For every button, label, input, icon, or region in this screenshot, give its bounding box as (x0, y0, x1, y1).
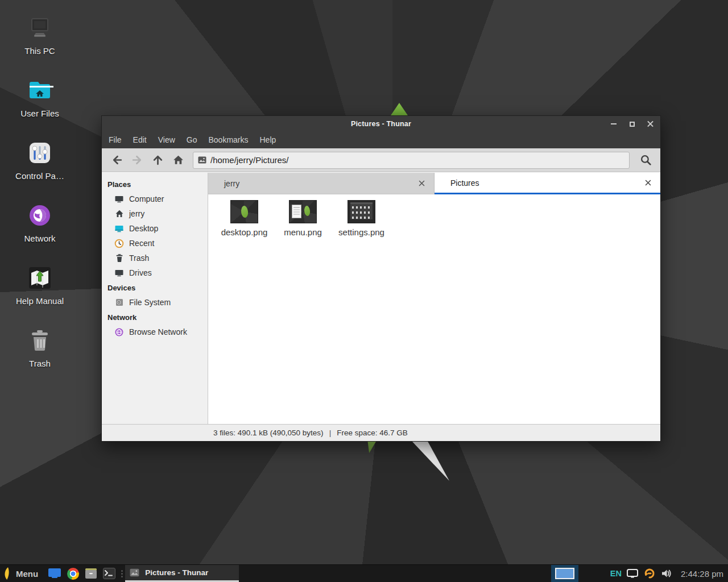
sidebar-section-network: Network (102, 310, 208, 325)
file-manager-launcher[interactable] (84, 567, 98, 580)
desktop-icon-control-panel[interactable]: Control Pa… (13, 139, 67, 181)
desktop-window-icon (48, 568, 61, 579)
address-bar[interactable]: /home/jerry/Pictures/ (193, 152, 630, 169)
up-button[interactable] (147, 151, 168, 169)
window-title: Pictures - Thunar (351, 120, 411, 128)
show-desktop-button[interactable] (48, 567, 61, 580)
desktop-icon-label: This PC (13, 46, 67, 56)
computer-icon (26, 14, 53, 41)
desktop-icon-help-manual[interactable]: Help Manual (13, 264, 67, 306)
workspace-switcher[interactable] (551, 565, 578, 582)
task-button-label: Pictures - Thunar (145, 568, 208, 577)
close-button[interactable] (644, 118, 656, 130)
taskbar: Menu Pictures - Thunar (0, 564, 728, 582)
forward-arrow-icon (131, 154, 143, 166)
minimize-icon (611, 123, 617, 124)
image-thumbnail (348, 200, 375, 223)
network-globe-icon (114, 327, 124, 337)
app-menu-button[interactable]: Menu (0, 565, 46, 582)
desktop-icon-user-files[interactable]: User Files (13, 77, 67, 118)
close-icon (419, 180, 425, 186)
taskbar-window-button[interactable]: Pictures - Thunar (125, 565, 239, 582)
chrome-launcher[interactable] (66, 567, 80, 580)
desktop-icon-network[interactable]: Network (13, 202, 67, 243)
status-file-count: 3 files: 490.1 kB (490,050 bytes) (213, 429, 324, 437)
forward-button[interactable] (127, 151, 147, 169)
network-globe-icon (26, 202, 53, 229)
sidebar: Places Computer jerry Desktop (102, 173, 208, 424)
desktop-icon-trash[interactable]: Trash (13, 327, 67, 368)
sidebar-item-drives[interactable]: Drives (102, 265, 208, 280)
search-icon (640, 154, 652, 166)
menu-file[interactable]: File (103, 132, 127, 148)
image-thumbnail (230, 200, 258, 223)
sidebar-item-desktop[interactable]: Desktop (102, 221, 208, 236)
maximize-button[interactable] (626, 118, 638, 130)
desktop-icon-label: Control Pa… (13, 171, 67, 181)
volume-tray-icon[interactable] (661, 568, 672, 579)
keyboard-layout-indicator[interactable]: EN (610, 569, 622, 578)
file-desktop-png[interactable]: desktop.png (215, 200, 274, 237)
image-file-icon (198, 156, 206, 164)
desktop-icon-label: User Files (13, 109, 67, 118)
workspace-window-preview (555, 568, 574, 579)
close-icon (645, 180, 651, 186)
titlebar[interactable]: Pictures - Thunar (102, 116, 660, 132)
tab-close-button[interactable] (416, 178, 427, 189)
back-arrow-icon (111, 154, 123, 166)
status-free-space: Free space: 46.7 GB (337, 429, 408, 437)
search-button[interactable] (635, 151, 656, 169)
computer-icon (114, 194, 124, 204)
file-menu-png[interactable]: menu.png (274, 200, 332, 237)
status-separator: | (329, 429, 332, 437)
close-icon (647, 121, 653, 127)
user-files-folder-icon (26, 77, 53, 104)
update-manager-tray-icon[interactable] (643, 567, 656, 580)
display-settings-tray-icon[interactable] (627, 569, 638, 578)
file-settings-png[interactable]: settings.png (332, 200, 391, 237)
menu-edit[interactable]: Edit (127, 132, 152, 148)
sidebar-item-computer[interactable]: Computer (102, 192, 208, 206)
up-arrow-icon (152, 154, 164, 166)
address-text: /home/jerry/Pictures/ (210, 155, 289, 165)
desktop-icon-label: Help Manual (13, 296, 67, 306)
tab-close-button[interactable] (642, 177, 653, 189)
help-manual-icon (26, 264, 53, 292)
tasklist-handle[interactable] (119, 565, 124, 582)
terminal-launcher[interactable] (102, 567, 116, 580)
status-bar: 3 files: 490.1 kB (490,050 bytes) | Free… (102, 424, 660, 441)
image-file-icon (130, 568, 139, 577)
menu-go[interactable]: Go (181, 132, 203, 148)
home-icon (172, 154, 184, 166)
sidebar-section-devices: Devices (102, 280, 208, 295)
clock[interactable]: 2:44:28 pm (681, 569, 723, 579)
back-button[interactable] (106, 151, 127, 169)
drives-icon (114, 268, 124, 278)
home-button[interactable] (168, 151, 188, 169)
minimize-button[interactable] (608, 118, 619, 130)
trash-icon (114, 253, 124, 263)
trash-icon (26, 327, 53, 354)
file-cabinet-icon (85, 568, 97, 579)
menu-bookmarks[interactable]: Bookmarks (202, 132, 254, 148)
menu-help[interactable]: Help (254, 132, 282, 148)
thunar-window: Pictures - Thunar File Edit View Go Book… (101, 115, 661, 442)
tab-jerry[interactable]: jerry (208, 173, 435, 194)
sidebar-section-places: Places (102, 177, 208, 192)
sidebar-item-jerry-home[interactable]: jerry (102, 206, 208, 221)
tab-bar: jerry Pictures (208, 173, 660, 194)
desktop-icon-label: Network (13, 234, 67, 243)
tab-pictures[interactable]: Pictures (435, 173, 660, 194)
sidebar-item-browse-network[interactable]: Browse Network (102, 325, 208, 339)
sidebar-item-recent[interactable]: Recent (102, 236, 208, 251)
file-pane: jerry Pictures desktop.png (208, 173, 660, 424)
sidebar-item-file-system[interactable]: File System (102, 295, 208, 310)
desktop-icon (114, 224, 124, 234)
desktop-icon-this-pc[interactable]: This PC (13, 14, 67, 56)
control-panel-icon (26, 139, 53, 167)
image-thumbnail (289, 200, 317, 223)
sidebar-item-trash[interactable]: Trash (102, 251, 208, 265)
file-view[interactable]: desktop.png menu.png settings.png (208, 194, 660, 424)
menu-view[interactable]: View (152, 132, 181, 148)
toolbar: /home/jerry/Pictures/ (102, 148, 660, 172)
